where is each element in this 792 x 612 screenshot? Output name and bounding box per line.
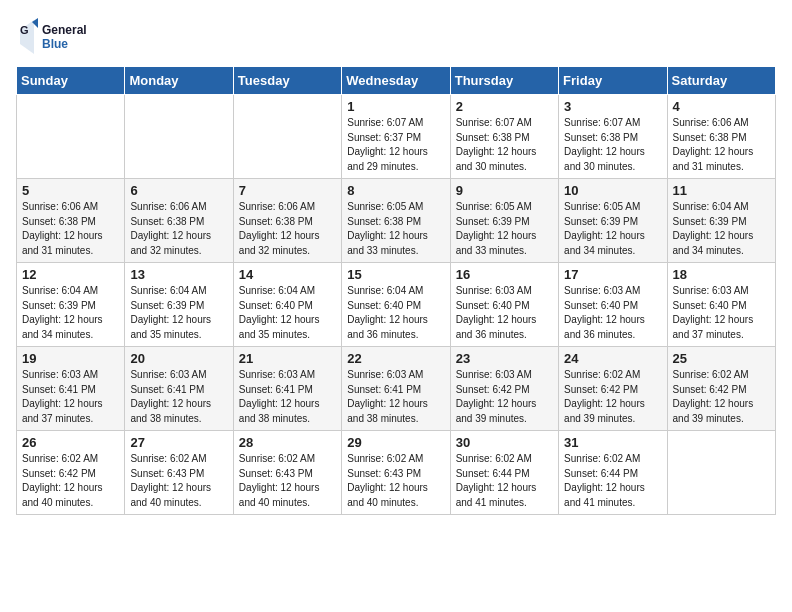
calendar-cell: 1Sunrise: 6:07 AM Sunset: 6:37 PM Daylig… — [342, 95, 450, 179]
calendar-cell: 26Sunrise: 6:02 AM Sunset: 6:42 PM Dayli… — [17, 431, 125, 515]
day-number: 27 — [130, 435, 227, 450]
calendar-cell: 16Sunrise: 6:03 AM Sunset: 6:40 PM Dayli… — [450, 263, 558, 347]
day-number: 7 — [239, 183, 336, 198]
day-info: Sunrise: 6:06 AM Sunset: 6:38 PM Dayligh… — [673, 116, 770, 174]
calendar-cell: 19Sunrise: 6:03 AM Sunset: 6:41 PM Dayli… — [17, 347, 125, 431]
day-number: 3 — [564, 99, 661, 114]
day-number: 2 — [456, 99, 553, 114]
calendar-week-5: 26Sunrise: 6:02 AM Sunset: 6:42 PM Dayli… — [17, 431, 776, 515]
calendar-cell — [125, 95, 233, 179]
day-info: Sunrise: 6:07 AM Sunset: 6:38 PM Dayligh… — [564, 116, 661, 174]
logo-svg: General Blue G — [16, 16, 106, 56]
day-info: Sunrise: 6:03 AM Sunset: 6:40 PM Dayligh… — [673, 284, 770, 342]
day-number: 30 — [456, 435, 553, 450]
day-header-wednesday: Wednesday — [342, 67, 450, 95]
day-number: 21 — [239, 351, 336, 366]
day-info: Sunrise: 6:03 AM Sunset: 6:40 PM Dayligh… — [564, 284, 661, 342]
day-info: Sunrise: 6:03 AM Sunset: 6:41 PM Dayligh… — [347, 368, 444, 426]
svg-text:G: G — [20, 24, 29, 36]
calendar-cell — [233, 95, 341, 179]
calendar-cell: 22Sunrise: 6:03 AM Sunset: 6:41 PM Dayli… — [342, 347, 450, 431]
day-info: Sunrise: 6:02 AM Sunset: 6:43 PM Dayligh… — [239, 452, 336, 510]
day-info: Sunrise: 6:02 AM Sunset: 6:42 PM Dayligh… — [673, 368, 770, 426]
calendar-week-2: 5Sunrise: 6:06 AM Sunset: 6:38 PM Daylig… — [17, 179, 776, 263]
day-number: 8 — [347, 183, 444, 198]
calendar-cell: 2Sunrise: 6:07 AM Sunset: 6:38 PM Daylig… — [450, 95, 558, 179]
day-info: Sunrise: 6:05 AM Sunset: 6:39 PM Dayligh… — [564, 200, 661, 258]
day-info: Sunrise: 6:03 AM Sunset: 6:40 PM Dayligh… — [456, 284, 553, 342]
day-header-saturday: Saturday — [667, 67, 775, 95]
svg-text:Blue: Blue — [42, 37, 68, 51]
day-number: 15 — [347, 267, 444, 282]
day-number: 23 — [456, 351, 553, 366]
day-info: Sunrise: 6:05 AM Sunset: 6:38 PM Dayligh… — [347, 200, 444, 258]
calendar-cell: 25Sunrise: 6:02 AM Sunset: 6:42 PM Dayli… — [667, 347, 775, 431]
day-info: Sunrise: 6:02 AM Sunset: 6:44 PM Dayligh… — [456, 452, 553, 510]
day-info: Sunrise: 6:07 AM Sunset: 6:38 PM Dayligh… — [456, 116, 553, 174]
calendar-cell: 17Sunrise: 6:03 AM Sunset: 6:40 PM Dayli… — [559, 263, 667, 347]
calendar-cell — [17, 95, 125, 179]
calendar-table: SundayMondayTuesdayWednesdayThursdayFrid… — [16, 66, 776, 515]
day-number: 12 — [22, 267, 119, 282]
day-number: 31 — [564, 435, 661, 450]
calendar-cell: 28Sunrise: 6:02 AM Sunset: 6:43 PM Dayli… — [233, 431, 341, 515]
day-number: 6 — [130, 183, 227, 198]
day-info: Sunrise: 6:04 AM Sunset: 6:40 PM Dayligh… — [347, 284, 444, 342]
svg-text:General: General — [42, 23, 87, 37]
day-number: 14 — [239, 267, 336, 282]
day-info: Sunrise: 6:06 AM Sunset: 6:38 PM Dayligh… — [22, 200, 119, 258]
day-info: Sunrise: 6:03 AM Sunset: 6:42 PM Dayligh… — [456, 368, 553, 426]
calendar-cell: 18Sunrise: 6:03 AM Sunset: 6:40 PM Dayli… — [667, 263, 775, 347]
calendar-cell: 4Sunrise: 6:06 AM Sunset: 6:38 PM Daylig… — [667, 95, 775, 179]
day-header-friday: Friday — [559, 67, 667, 95]
day-number: 5 — [22, 183, 119, 198]
day-info: Sunrise: 6:03 AM Sunset: 6:41 PM Dayligh… — [239, 368, 336, 426]
day-header-sunday: Sunday — [17, 67, 125, 95]
day-number: 25 — [673, 351, 770, 366]
calendar-week-1: 1Sunrise: 6:07 AM Sunset: 6:37 PM Daylig… — [17, 95, 776, 179]
day-info: Sunrise: 6:06 AM Sunset: 6:38 PM Dayligh… — [130, 200, 227, 258]
day-number: 1 — [347, 99, 444, 114]
calendar-cell: 6Sunrise: 6:06 AM Sunset: 6:38 PM Daylig… — [125, 179, 233, 263]
day-info: Sunrise: 6:03 AM Sunset: 6:41 PM Dayligh… — [130, 368, 227, 426]
calendar-cell: 23Sunrise: 6:03 AM Sunset: 6:42 PM Dayli… — [450, 347, 558, 431]
day-info: Sunrise: 6:04 AM Sunset: 6:39 PM Dayligh… — [130, 284, 227, 342]
calendar-cell: 8Sunrise: 6:05 AM Sunset: 6:38 PM Daylig… — [342, 179, 450, 263]
calendar-week-4: 19Sunrise: 6:03 AM Sunset: 6:41 PM Dayli… — [17, 347, 776, 431]
day-info: Sunrise: 6:02 AM Sunset: 6:43 PM Dayligh… — [130, 452, 227, 510]
day-info: Sunrise: 6:04 AM Sunset: 6:39 PM Dayligh… — [22, 284, 119, 342]
day-info: Sunrise: 6:05 AM Sunset: 6:39 PM Dayligh… — [456, 200, 553, 258]
day-info: Sunrise: 6:04 AM Sunset: 6:39 PM Dayligh… — [673, 200, 770, 258]
day-number: 18 — [673, 267, 770, 282]
day-number: 10 — [564, 183, 661, 198]
day-number: 29 — [347, 435, 444, 450]
calendar-cell: 11Sunrise: 6:04 AM Sunset: 6:39 PM Dayli… — [667, 179, 775, 263]
page-header: General Blue G — [16, 16, 776, 56]
day-number: 19 — [22, 351, 119, 366]
day-number: 13 — [130, 267, 227, 282]
day-number: 11 — [673, 183, 770, 198]
calendar-cell: 15Sunrise: 6:04 AM Sunset: 6:40 PM Dayli… — [342, 263, 450, 347]
day-info: Sunrise: 6:02 AM Sunset: 6:44 PM Dayligh… — [564, 452, 661, 510]
day-info: Sunrise: 6:02 AM Sunset: 6:42 PM Dayligh… — [22, 452, 119, 510]
calendar-cell: 3Sunrise: 6:07 AM Sunset: 6:38 PM Daylig… — [559, 95, 667, 179]
day-number: 16 — [456, 267, 553, 282]
calendar-cell: 10Sunrise: 6:05 AM Sunset: 6:39 PM Dayli… — [559, 179, 667, 263]
day-number: 9 — [456, 183, 553, 198]
day-number: 4 — [673, 99, 770, 114]
day-info: Sunrise: 6:06 AM Sunset: 6:38 PM Dayligh… — [239, 200, 336, 258]
logo: General Blue G — [16, 16, 106, 56]
calendar-cell: 21Sunrise: 6:03 AM Sunset: 6:41 PM Dayli… — [233, 347, 341, 431]
calendar-cell: 13Sunrise: 6:04 AM Sunset: 6:39 PM Dayli… — [125, 263, 233, 347]
day-header-thursday: Thursday — [450, 67, 558, 95]
day-number: 17 — [564, 267, 661, 282]
calendar-cell — [667, 431, 775, 515]
day-number: 22 — [347, 351, 444, 366]
calendar-cell: 7Sunrise: 6:06 AM Sunset: 6:38 PM Daylig… — [233, 179, 341, 263]
calendar-cell: 27Sunrise: 6:02 AM Sunset: 6:43 PM Dayli… — [125, 431, 233, 515]
day-number: 28 — [239, 435, 336, 450]
calendar-cell: 9Sunrise: 6:05 AM Sunset: 6:39 PM Daylig… — [450, 179, 558, 263]
calendar-cell: 5Sunrise: 6:06 AM Sunset: 6:38 PM Daylig… — [17, 179, 125, 263]
calendar-cell: 12Sunrise: 6:04 AM Sunset: 6:39 PM Dayli… — [17, 263, 125, 347]
day-header-monday: Monday — [125, 67, 233, 95]
